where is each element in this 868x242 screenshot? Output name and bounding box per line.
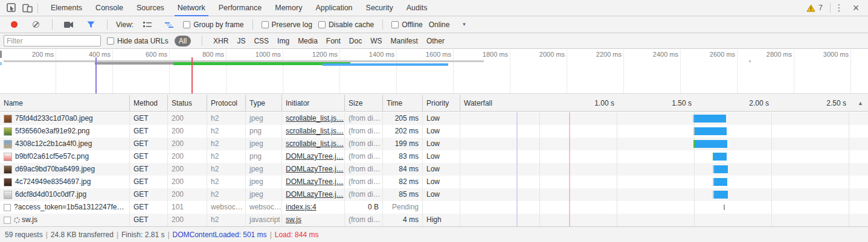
status-cell: 200 bbox=[168, 176, 207, 188]
checkbox-box[interactable] bbox=[318, 21, 326, 28]
column-header-method[interactable]: Method bbox=[130, 95, 168, 112]
group-by-frame-checkbox[interactable]: Group by frame bbox=[183, 21, 243, 29]
initiator-link[interactable]: DOMLazyTree.j… bbox=[286, 152, 344, 161]
column-header-status[interactable]: Status bbox=[168, 95, 207, 112]
column-header-size[interactable]: Size bbox=[345, 95, 383, 112]
device-toolbar-icon[interactable] bbox=[19, 1, 35, 15]
filter-type-all[interactable]: All bbox=[175, 36, 191, 46]
tab-memory[interactable]: Memory bbox=[268, 0, 309, 16]
waterfall-cell[interactable] bbox=[460, 112, 868, 125]
column-header-priority[interactable]: Priority bbox=[423, 95, 460, 112]
initiator-link[interactable]: scrollable_list.js… bbox=[286, 139, 344, 148]
sort-ascending-icon[interactable]: ▲ bbox=[858, 95, 863, 112]
initiator-link[interactable]: DOMLazyTree.j… bbox=[286, 165, 344, 173]
request-row[interactable]: ?access_token=1b5a1312247fe… GET 101 web… bbox=[0, 201, 868, 214]
request-name-cell[interactable]: 75fd4d233c1d70a0.jpeg bbox=[0, 112, 130, 125]
filter-type-other[interactable]: Other bbox=[426, 37, 445, 45]
waterfall-cell[interactable] bbox=[460, 150, 868, 163]
checkbox-box[interactable] bbox=[391, 21, 399, 28]
offline-checkbox[interactable]: Offline bbox=[391, 21, 422, 29]
request-row[interactable]: 4308c12c2b1ca4f0.jpeg GET 200 h2 jpeg sc… bbox=[0, 138, 868, 150]
waterfall-cell[interactable] bbox=[460, 163, 868, 176]
filter-type-js[interactable]: JS bbox=[237, 37, 245, 45]
request-name-cell[interactable]: sw.js bbox=[0, 214, 130, 226]
initiator-link[interactable]: DOMLazyTree.j… bbox=[286, 190, 344, 199]
filter-type-xhr[interactable]: XHR bbox=[213, 37, 228, 45]
inspect-element-icon[interactable] bbox=[4, 1, 19, 15]
clear-network-log-icon[interactable] bbox=[28, 18, 43, 32]
request-row[interactable]: b9bf02a61cf5e57c.png GET 200 h2 png DOML… bbox=[0, 150, 868, 163]
request-row[interactable]: 4c724949e8354697.jpg GET 200 h2 jpeg DOM… bbox=[0, 176, 868, 188]
checkbox-box[interactable] bbox=[262, 21, 269, 28]
status-segment: 24.8 KB transferred bbox=[51, 231, 114, 239]
column-header-protocol[interactable]: Protocol bbox=[207, 95, 246, 112]
request-name-cell[interactable]: 4308c12c2b1ca4f0.jpeg bbox=[0, 138, 130, 150]
request-row[interactable]: sw.js GET 200 h2 javascript sw.js (from … bbox=[0, 214, 868, 226]
console-warnings-badge[interactable]: 7 bbox=[806, 4, 823, 12]
initiator-link[interactable]: index.js:4 bbox=[286, 203, 317, 211]
column-header-name[interactable]: Name bbox=[0, 95, 130, 112]
show-overview-icon[interactable] bbox=[161, 18, 177, 32]
priority-cell: Low bbox=[423, 138, 460, 150]
filter-type-media[interactable]: Media bbox=[298, 37, 318, 45]
timeline-overview-pane[interactable]: 200 ms400 ms600 ms800 ms1000 ms1200 ms14… bbox=[0, 49, 868, 94]
filter-type-img[interactable]: Img bbox=[277, 37, 289, 45]
initiator-link[interactable]: scrollable_list.js… bbox=[286, 127, 344, 135]
request-name-cell[interactable]: 5f36560e3af91e92.png bbox=[0, 125, 130, 138]
filter-type-manifest[interactable]: Manifest bbox=[391, 37, 418, 45]
tab-console[interactable]: Console bbox=[89, 0, 130, 16]
request-name-cell[interactable]: 4c724949e8354697.jpg bbox=[0, 176, 130, 188]
waterfall-cell[interactable] bbox=[460, 214, 868, 226]
filter-type-font[interactable]: Font bbox=[326, 37, 341, 45]
checkbox-box[interactable] bbox=[183, 21, 190, 28]
column-header-waterfall[interactable]: Waterfall1.00 s1.50 s2.00 s2.50 s▲ bbox=[460, 95, 868, 112]
record-network-log-icon[interactable] bbox=[6, 18, 22, 32]
request-name: 4308c12c2b1ca4f0.jpeg bbox=[15, 138, 92, 150]
tab-security[interactable]: Security bbox=[359, 0, 400, 16]
capture-screenshots-icon[interactable] bbox=[61, 18, 77, 32]
initiator-link[interactable]: sw.js bbox=[286, 215, 301, 224]
request-row[interactable]: 5f36560e3af91e92.png GET 200 h2 png scro… bbox=[0, 125, 868, 138]
waterfall-cell[interactable] bbox=[460, 138, 868, 150]
filter-input[interactable] bbox=[4, 35, 101, 46]
image-thumbnail-icon bbox=[4, 127, 12, 136]
more-options-icon[interactable]: ⋮ bbox=[833, 5, 845, 11]
tab-performance[interactable]: Performance bbox=[212, 0, 269, 16]
request-row[interactable]: 75fd4d233c1d70a0.jpeg GET 200 h2 jpeg sc… bbox=[0, 112, 868, 125]
request-name-cell[interactable]: d69ac9bd70ba6499.jpeg bbox=[0, 163, 130, 176]
column-header-time[interactable]: Time bbox=[383, 95, 423, 112]
column-header-type[interactable]: Type bbox=[246, 95, 282, 112]
tab-network[interactable]: Network bbox=[171, 0, 212, 16]
waterfall-cell[interactable] bbox=[460, 201, 868, 214]
request-row[interactable]: d69ac9bd70ba6499.jpeg GET 200 h2 jpeg DO… bbox=[0, 163, 868, 176]
filter-type-ws[interactable]: WS bbox=[370, 37, 382, 45]
tab-sources[interactable]: Sources bbox=[130, 0, 171, 16]
filter-type-doc[interactable]: Doc bbox=[349, 37, 362, 45]
column-header-initiator[interactable]: Initiator bbox=[282, 95, 345, 112]
status-segment: Load: 844 ms bbox=[275, 231, 319, 239]
chevron-down-icon[interactable]: ▼ bbox=[461, 22, 466, 27]
hide-data-urls-checkbox[interactable]: Hide data URLs bbox=[107, 37, 169, 45]
close-devtools-icon[interactable]: × bbox=[849, 2, 863, 14]
throttling-dropdown[interactable]: Online bbox=[429, 21, 450, 29]
tab-audits[interactable]: Audits bbox=[400, 0, 434, 16]
image-thumbnail-icon bbox=[4, 165, 12, 174]
waterfall-cell[interactable] bbox=[460, 188, 868, 201]
disable-cache-checkbox[interactable]: Disable cache bbox=[318, 21, 374, 29]
initiator-link[interactable]: scrollable_list.js… bbox=[286, 114, 344, 123]
tab-label: Sources bbox=[137, 4, 164, 12]
request-name-cell[interactable]: ?access_token=1b5a1312247fe… bbox=[0, 201, 130, 214]
tab-application[interactable]: Application bbox=[309, 0, 359, 16]
checkbox-box[interactable] bbox=[107, 37, 114, 45]
large-request-rows-icon[interactable] bbox=[140, 18, 155, 32]
filter-icon[interactable] bbox=[83, 18, 98, 32]
waterfall-cell[interactable] bbox=[460, 125, 868, 138]
preserve-log-checkbox[interactable]: Preserve log bbox=[262, 21, 312, 29]
request-name-cell[interactable]: 6dcf8d4d010c0df7.jpg bbox=[0, 188, 130, 201]
filter-type-css[interactable]: CSS bbox=[254, 37, 269, 45]
tab-elements[interactable]: Elements bbox=[44, 0, 89, 16]
request-name-cell[interactable]: b9bf02a61cf5e57c.png bbox=[0, 150, 130, 163]
initiator-link[interactable]: DOMLazyTree.j… bbox=[286, 177, 344, 186]
request-row[interactable]: 6dcf8d4d010c0df7.jpg GET 200 h2 jpeg DOM… bbox=[0, 188, 868, 201]
waterfall-cell[interactable] bbox=[460, 176, 868, 188]
